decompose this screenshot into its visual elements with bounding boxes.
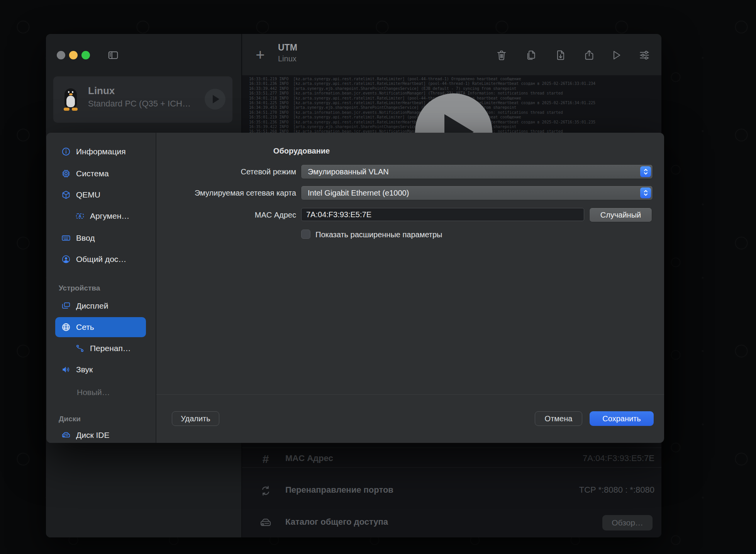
vm-card-title: Linux	[88, 85, 115, 97]
sidebar-item-label: Сеть	[76, 323, 94, 332]
add-vm-button[interactable]: +	[252, 47, 268, 63]
sidebar-item-network[interactable]: Сеть	[55, 317, 146, 337]
display-icon	[61, 301, 71, 311]
trash-icon[interactable]	[495, 48, 509, 62]
sidebar-item-qemu-arguments[interactable]: A Аргумен…	[55, 208, 146, 224]
speaker-icon	[61, 364, 71, 375]
vm-settings-sheet: Информация Система QEMU A Аргумен… Ввод …	[46, 133, 664, 443]
sidebar-section-devices: Устройства	[59, 283, 100, 294]
advanced-options-label[interactable]: Показать расширенные параметры	[315, 230, 442, 239]
mac-address-input[interactable]	[301, 208, 584, 221]
network-mode-label: Сетевой режим	[156, 167, 296, 176]
stepper-chevrons-icon	[640, 166, 651, 177]
detail-row-label: Каталог общего доступа	[285, 517, 388, 527]
person-circle-icon	[61, 254, 71, 265]
tux-penguin-icon	[62, 88, 80, 111]
settings-form: Оборудование Сетевой режим Эмулированный…	[156, 133, 664, 443]
sidebar-item-system[interactable]: Система	[55, 166, 146, 181]
sidebar-item-label: Звук	[76, 365, 93, 374]
play-icon[interactable]	[609, 48, 623, 62]
sidebar-item-label: Новый…	[77, 388, 110, 397]
detail-row-value: TCP *:8080 : *:8080	[579, 485, 654, 495]
window-toolbar: + UTM Linux	[242, 34, 661, 75]
play-icon	[213, 95, 219, 103]
globe-icon	[61, 322, 71, 333]
emulated-card-select[interactable]: Intel Gigabit Ethernet (e1000)	[301, 186, 653, 200]
desktop: { "colors": { "accent_blue": "#2a63e4", …	[0, 0, 756, 554]
log-line: 16:33:39.442 INFO [arta.synergy.ejb.shar…	[249, 86, 661, 91]
info-circle-icon	[61, 146, 71, 157]
detail-row-value: 7A:04:F3:93:E5:7E	[583, 453, 654, 463]
stepper-chevrons-icon	[640, 187, 651, 198]
window-title: UTM	[278, 42, 297, 53]
log-line: 16:33:01.219 INFO [kz.arta.synergy.api.r…	[249, 77, 661, 81]
port-forward-icon	[258, 483, 273, 498]
sidebar-item-input[interactable]: Ввод	[55, 230, 146, 246]
window-minimize-button[interactable]	[69, 51, 78, 59]
cancel-button[interactable]: Отмена	[535, 411, 582, 426]
clone-icon[interactable]	[524, 48, 538, 62]
window-subtitle: Linux	[278, 54, 297, 63]
sidebar-item-drive-ide[interactable]: Диск IDE	[55, 427, 146, 443]
sidebar-item-new-device[interactable]: Новый…	[55, 385, 146, 400]
sidebar-item-port-forwarding[interactable]: Перенап…	[55, 341, 146, 356]
detail-row-label: Перенаправление портов	[285, 485, 393, 495]
sidebar-toggle-icon[interactable]	[107, 49, 120, 61]
sidebar-item-label: Система	[76, 169, 109, 178]
sidebar-item-label: Ввод	[76, 233, 95, 243]
emulated-card-label: Эмулируемая сетевая карта	[156, 189, 296, 198]
cpu-icon	[61, 168, 71, 179]
divider	[242, 467, 661, 468]
hash-icon: #	[258, 452, 273, 466]
vm-card-play-button[interactable]	[205, 89, 225, 110]
delete-button[interactable]: Удалить	[172, 411, 219, 426]
save-button[interactable]: Сохранить	[590, 411, 654, 426]
window-title-block: UTM Linux	[278, 42, 297, 63]
sidebar-item-sharing[interactable]: Общий дос…	[55, 252, 146, 267]
section-title: Оборудование	[156, 147, 447, 155]
advanced-options-checkbox[interactable]	[301, 230, 310, 239]
window-close-button[interactable]	[57, 51, 65, 59]
port-forward-icon	[75, 343, 85, 354]
sidebar-item-label: QEMU	[76, 190, 100, 199]
detail-row-label: MAC Адрес	[285, 453, 333, 463]
sidebar-item-label: Перенап…	[90, 344, 131, 353]
download-icon[interactable]	[554, 48, 568, 62]
sidebar-item-qemu[interactable]: QEMU	[55, 187, 146, 203]
share-icon[interactable]	[582, 48, 596, 62]
sidebar-item-sound[interactable]: Звук	[55, 362, 146, 377]
sidebar-section-drives: Диски	[59, 414, 81, 424]
sidebar-item-information[interactable]: Информация	[55, 144, 146, 159]
log-line: 16:33:01.236 INFO [kz.arta.synergy.api.r…	[249, 81, 661, 86]
mac-address-label: MAC Адрес	[156, 211, 296, 220]
qemu-args-icon: A	[75, 211, 85, 221]
vm-card-subtitle: Standard PC (Q35 + ICH…	[88, 99, 200, 109]
detail-row-port-forwarding: Перенаправление портов TCP *:8080 : *:80…	[242, 481, 661, 500]
sidebar-item-label: Общий дос…	[76, 255, 126, 264]
detail-row-mac: # MAC Адрес 7A:04:F3:93:E5:7E	[242, 450, 661, 468]
svg-text:A: A	[78, 214, 81, 218]
sidebar-item-label: Диск IDE	[76, 431, 109, 440]
vm-card-linux[interactable]: Linux Standard PC (Q35 + ICH…	[53, 76, 232, 123]
sidebar-item-display[interactable]: Дисплей	[55, 298, 146, 314]
divider	[242, 448, 661, 448]
network-mode-value: Эмулированный VLAN	[308, 167, 389, 176]
settings-sidebar: Информация Система QEMU A Аргумен… Ввод …	[46, 133, 156, 443]
sliders-icon[interactable]	[637, 48, 651, 62]
keyboard-icon	[61, 233, 71, 243]
network-mode-select[interactable]: Эмулированный VLAN	[301, 165, 653, 179]
sidebar-item-label: Аргумен…	[90, 211, 129, 221]
window-zoom-button[interactable]	[81, 51, 90, 59]
footer-divider	[156, 394, 664, 395]
random-mac-button[interactable]: Случайный	[590, 208, 652, 222]
cube-icon	[61, 189, 71, 200]
sidebar-item-label: Информация	[76, 147, 126, 156]
emulated-card-value: Intel Gigabit Ethernet (e1000)	[308, 189, 409, 198]
internal-drive-icon	[61, 430, 71, 441]
drive-icon	[258, 515, 273, 530]
detail-row-shared-directory: Каталог общего доступа Обзор…	[242, 513, 661, 532]
sidebar-item-label: Дисплей	[76, 301, 108, 311]
browse-button[interactable]: Обзор…	[602, 515, 653, 530]
